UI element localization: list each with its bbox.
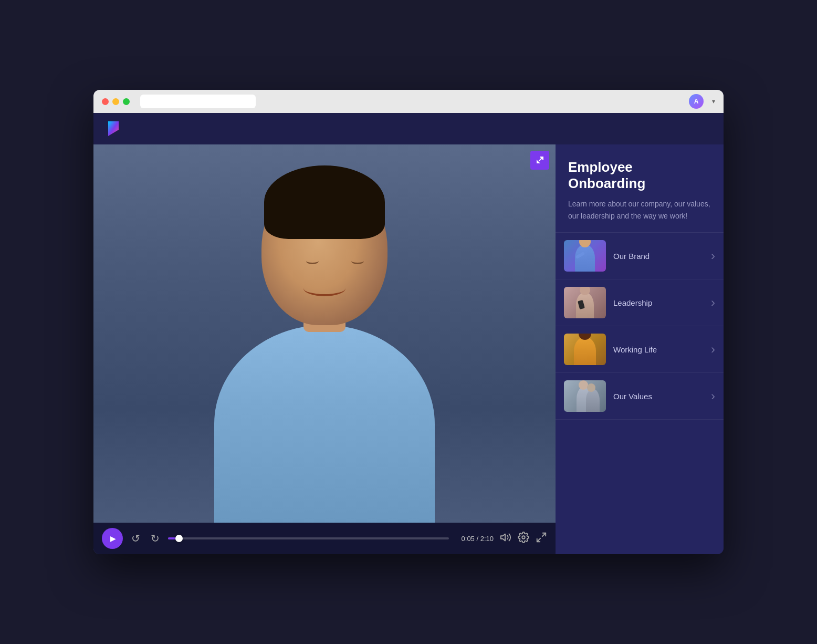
chevron-our-values: › — [711, 389, 715, 403]
thumbnail-our-brand — [564, 240, 606, 272]
course-item-leadership[interactable]: Leadership › — [556, 279, 724, 326]
progress-container — [168, 537, 449, 539]
play-button[interactable]: ▶ — [102, 528, 123, 549]
user-avatar-browser: A — [689, 94, 704, 109]
progress-bar[interactable] — [168, 537, 449, 539]
video-controls: ▶ ↺ ↻ 0:05 / 2:10 — [93, 523, 556, 554]
video-section: ▶ ↺ ↻ 0:05 / 2:10 — [93, 144, 556, 554]
course-item-our-values[interactable]: Our Values › — [556, 373, 724, 420]
svg-line-6 — [542, 533, 546, 536]
course-description: Learn more about our company, our values… — [568, 198, 711, 222]
svg-marker-4 — [501, 534, 505, 541]
course-title: Employee Onboarding — [568, 159, 711, 192]
browser-window: A ▾ — [93, 90, 724, 554]
user-dropdown-icon[interactable]: ▾ — [712, 98, 715, 105]
item-label-leadership: Leadership — [606, 298, 711, 307]
browser-chrome: A ▾ — [93, 90, 724, 113]
sidebar: Employee Onboarding Learn more about our… — [556, 144, 724, 554]
chevron-working-life: › — [711, 342, 715, 357]
play-icon: ▶ — [110, 534, 116, 543]
expand-button[interactable] — [530, 151, 549, 170]
traffic-lights — [102, 98, 130, 105]
thumbnail-working-life — [564, 334, 606, 365]
settings-button[interactable] — [518, 532, 529, 546]
time-display: 0:05 / 2:10 — [462, 535, 494, 543]
thumbnail-our-values — [564, 380, 606, 412]
sidebar-header: Employee Onboarding Learn more about our… — [556, 144, 724, 233]
item-label-our-brand: Our Brand — [606, 252, 711, 261]
progress-fill — [168, 537, 179, 539]
chevron-our-brand: › — [711, 248, 715, 263]
main-content: ▶ ↺ ↻ 0:05 / 2:10 — [93, 144, 724, 554]
video-player[interactable] — [93, 144, 556, 523]
svg-line-7 — [537, 538, 540, 541]
progress-thumb — [175, 535, 183, 542]
traffic-light-maximize[interactable] — [123, 98, 130, 105]
fullscreen-button[interactable] — [536, 532, 547, 546]
svg-point-5 — [522, 536, 525, 539]
address-bar[interactable] — [140, 95, 256, 108]
chevron-leadership: › — [711, 295, 715, 310]
item-label-working-life: Working Life — [606, 345, 711, 354]
traffic-light-close[interactable] — [102, 98, 109, 105]
course-item-working-life[interactable]: Working Life › — [556, 326, 724, 373]
app-logo — [104, 119, 123, 138]
forward-button[interactable]: ↻ — [149, 530, 162, 547]
item-label-our-values: Our Values — [606, 392, 711, 401]
app-header — [93, 113, 724, 144]
traffic-light-minimize[interactable] — [112, 98, 119, 105]
rewind-button[interactable]: ↺ — [129, 530, 142, 547]
svg-marker-0 — [108, 121, 119, 136]
thumbnail-leadership — [564, 287, 606, 318]
volume-button[interactable] — [500, 532, 511, 546]
course-item-our-brand[interactable]: Our Brand › — [556, 233, 724, 279]
video-person — [193, 163, 456, 523]
